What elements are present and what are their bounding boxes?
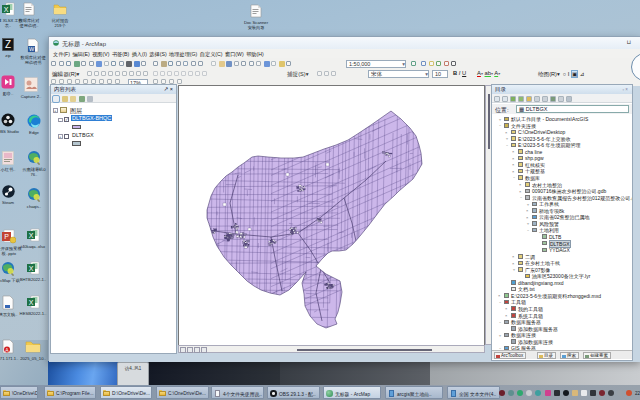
svg-text:X: X xyxy=(28,232,33,239)
svg-text:X: X xyxy=(3,6,8,13)
svg-text:P: P xyxy=(4,233,9,240)
svg-text:X: X xyxy=(28,265,33,272)
svg-text:W: W xyxy=(29,46,35,52)
svg-text:Z: Z xyxy=(5,39,11,50)
svg-text:X: X xyxy=(28,299,33,306)
